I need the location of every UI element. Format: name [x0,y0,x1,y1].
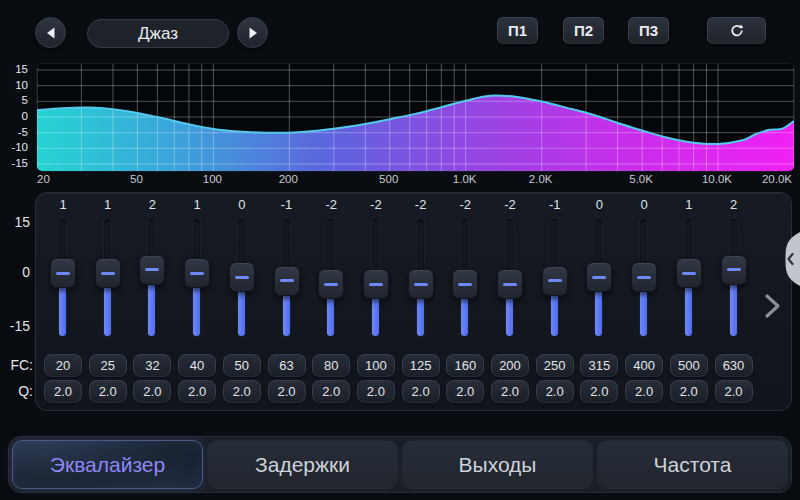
band-q-button[interactable]: 2.0 [536,380,574,403]
band-slider-thumb[interactable] [318,269,344,299]
eq-band-20hz: 1 [41,193,85,348]
preset-prev-button[interactable] [35,17,66,48]
band-fc-button[interactable]: 25 [89,354,127,377]
band-slider-thumb[interactable] [95,258,121,288]
reset-icon [729,23,745,39]
band-slider-thumb[interactable] [50,258,76,288]
band-slider-thumb[interactable] [631,262,657,292]
band-fc-button[interactable]: 200 [491,354,529,377]
preset-memory-3-button[interactable]: П3 [628,17,669,44]
band-q-button[interactable]: 2.0 [312,380,350,403]
thumb-grip-line [682,272,696,275]
band-slider-thumb[interactable] [452,269,478,299]
band-q-button[interactable]: 2.0 [580,380,618,403]
band-fc-button[interactable]: 20 [44,354,82,377]
band-fc-button[interactable]: 80 [312,354,350,377]
band-q-button[interactable]: 2.0 [357,380,395,403]
band-fc-button[interactable]: 400 [625,354,663,377]
band-slider-thumb[interactable] [497,269,523,299]
band-gain-value: -2 [443,197,487,212]
band-fc-button[interactable]: 100 [357,354,395,377]
eq-band-400hz: 0 [622,193,666,348]
preset-name: Джаз [138,24,178,44]
band-slider-thumb[interactable] [408,269,434,299]
preset-memory-2-button[interactable]: П2 [563,17,604,44]
band-q-button[interactable]: 2.0 [268,380,306,403]
band-fc-button[interactable]: 315 [580,354,618,377]
tab-delays[interactable]: Задержки [207,440,398,489]
graph-x-tick-label: 500 [379,172,398,186]
thumb-grip-line [592,276,606,279]
fc-values-row: 2025324050638010012516020025031540050063… [36,354,793,377]
band-q-button[interactable]: 2.0 [178,380,216,403]
eq-band-32hz: 2 [130,193,174,348]
band-gain-value: 1 [86,197,130,212]
band-q-button[interactable]: 2.0 [402,380,440,403]
band-fc-button[interactable]: 630 [715,354,753,377]
band-slider-thumb[interactable] [274,266,300,296]
band-gain-value: 1 [41,197,85,212]
triangle-left-icon [44,26,58,40]
scroll-right-arrow[interactable] [761,292,783,320]
band-q-button[interactable]: 2.0 [446,380,484,403]
tab-frequency[interactable]: Частота [597,440,788,489]
frequency-response-chart [36,63,795,172]
eq-band-63hz: -1 [265,193,309,348]
q-row-label: Q: [0,383,33,399]
graph-y-tick-label: -15 [0,156,28,170]
band-slider-thumb[interactable] [676,258,702,288]
fc-row-label: FC: [0,357,33,373]
tab-outputs[interactable]: Выходы [402,440,593,489]
band-fc-button[interactable]: 50 [223,354,261,377]
thumb-grip-line [56,272,70,275]
band-fc-button[interactable]: 160 [446,354,484,377]
band-slider-thumb[interactable] [721,255,747,285]
band-fc-button[interactable]: 500 [670,354,708,377]
band-slider-thumb[interactable] [229,262,255,292]
band-gain-value: -1 [265,197,309,212]
band-q-button[interactable]: 2.0 [625,380,663,403]
triangle-right-icon [246,26,260,40]
band-fc-button[interactable]: 32 [133,354,171,377]
band-slider-thumb[interactable] [363,269,389,299]
preset-memory-1-button[interactable]: П1 [497,17,538,44]
reset-button[interactable] [707,17,766,44]
equalizer-screen: Джаз П1 П2 П3 151050-5-10-15 20501002005… [0,0,800,500]
graph-x-tick-label: 1.0K [453,172,477,186]
graph-x-tick-label: 5.0K [629,172,653,186]
eq-band-100hz: -2 [354,193,398,348]
response-curve-area [37,96,794,171]
graph-x-tick-label: 50 [130,172,143,186]
band-fc-button[interactable]: 250 [536,354,574,377]
preset-selector[interactable]: Джаз [87,19,229,48]
band-fc-button[interactable]: 63 [268,354,306,377]
band-gain-value: 2 [712,197,756,212]
tab-equalizer[interactable]: Эквалайзер [12,440,203,489]
band-fc-button[interactable]: 40 [178,354,216,377]
band-slider-thumb[interactable] [184,258,210,288]
thumb-grip-line [369,283,383,286]
band-slider-thumb[interactable] [586,262,612,292]
eq-band-500hz: 1 [667,193,711,348]
eq-band-80hz: -2 [309,193,353,348]
eq-band-125hz: -2 [399,193,443,348]
band-q-button[interactable]: 2.0 [491,380,529,403]
band-q-button[interactable]: 2.0 [715,380,753,403]
eq-curve-svg [37,64,794,171]
band-q-button[interactable]: 2.0 [133,380,171,403]
thumb-grip-line [101,272,115,275]
band-q-button[interactable]: 2.0 [89,380,127,403]
thumb-grip-line [727,268,741,271]
eq-band-50hz: 0 [220,193,264,348]
band-q-button[interactable]: 2.0 [44,380,82,403]
preset-next-button[interactable] [237,17,268,48]
band-slider-thumb[interactable] [139,255,165,285]
band-fc-button[interactable]: 125 [402,354,440,377]
side-drawer-handle[interactable] [778,232,800,286]
band-q-button[interactable]: 2.0 [223,380,261,403]
thumb-grip-line [190,272,204,275]
eq-band-200hz: -2 [488,193,532,348]
band-q-button[interactable]: 2.0 [670,380,708,403]
graph-x-tick-label: 2.0K [529,172,553,186]
band-slider-thumb[interactable] [542,266,568,296]
